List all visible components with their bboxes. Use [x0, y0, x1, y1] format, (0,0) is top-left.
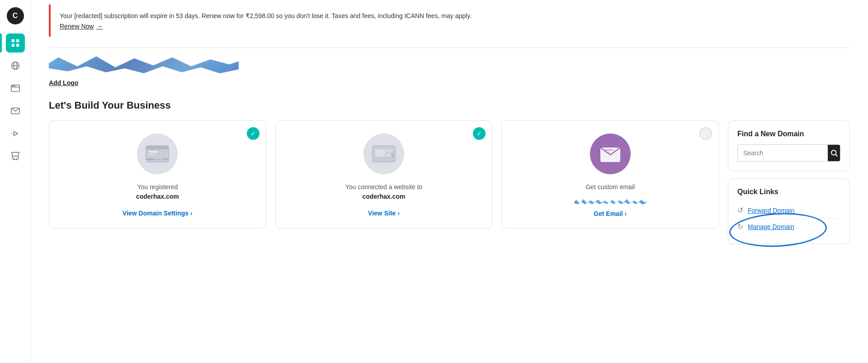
logo-image [49, 55, 239, 75]
manage-domain-item[interactable]: ↻ Manage Domain [737, 219, 840, 234]
card-domain-label: You registeredcoderhax.com [136, 182, 179, 201]
svg-point-12 [14, 159, 14, 160]
forward-domain-icon: ↺ [737, 206, 743, 215]
forward-domain-label: Forward Domain [748, 207, 794, 214]
forward-domain-item[interactable]: ↺ Forward Domain [737, 202, 840, 219]
find-domain-title: Find a New Domain [737, 130, 840, 138]
manage-domain-icon: ↻ [737, 222, 743, 231]
svg-point-29 [831, 150, 836, 155]
website-icon [372, 144, 396, 164]
card-email-label: Get custom email [585, 182, 635, 192]
domain-icon: www——.com [145, 145, 170, 163]
view-domain-settings-link[interactable]: View Domain Settings › [123, 210, 193, 217]
cards-row: ✓ www——.com You registeredcoderhax.com V… [49, 120, 850, 244]
check-icon-website: ✓ [473, 127, 486, 140]
sidebar-item-email[interactable] [6, 101, 25, 120]
search-icon [830, 149, 838, 157]
email-icon [599, 145, 622, 163]
find-domain-box: Find a New Domain [728, 120, 850, 171]
get-email-link[interactable]: Get Email › [594, 210, 627, 217]
sidebar-item-domains[interactable] [6, 56, 25, 75]
svg-rect-2 [11, 44, 14, 47]
svg-rect-3 [16, 44, 19, 47]
card-domain: ✓ www——.com You registeredcoderhax.com V… [49, 120, 266, 229]
svg-rect-16 [149, 151, 158, 153]
domain-search-input[interactable] [738, 145, 828, 161]
svg-rect-28 [605, 152, 610, 153]
logo-area: Add Logo [49, 55, 850, 87]
quick-links-box: Quick Links ↺ Forward Domain ↻ Manage Do… [728, 178, 850, 244]
sidebar-item-marketing[interactable] [6, 124, 25, 143]
svg-rect-25 [388, 151, 391, 152]
view-site-link[interactable]: View Site › [368, 210, 400, 217]
check-icon-email-empty [699, 127, 712, 140]
quick-links-title: Quick Links [737, 188, 840, 196]
svg-rect-20 [375, 149, 385, 157]
domain-search-row [737, 144, 840, 162]
check-icon-domain: ✓ [247, 127, 259, 140]
svg-rect-0 [11, 39, 14, 42]
manage-domain-label: Manage Domain [748, 223, 794, 230]
email-scribble [574, 198, 646, 205]
card-website-label: You connected a website tocoderhax.com [345, 182, 423, 201]
svg-point-9 [12, 86, 13, 86]
svg-rect-15 [146, 146, 169, 149]
email-icon-wrap [590, 134, 631, 174]
website-icon-wrap [363, 134, 404, 174]
sidebar-item-dashboard[interactable] [6, 33, 25, 53]
sidebar-item-store[interactable] [6, 147, 25, 166]
svg-point-23 [391, 153, 394, 157]
section-title: Let's Build Your Business [49, 100, 850, 111]
renewal-banner: Your [redacted] subscription will expire… [49, 5, 850, 37]
svg-point-10 [14, 86, 15, 86]
main-content: Your [redacted] subscription will expire… [31, 0, 868, 363]
svg-rect-27 [605, 149, 613, 151]
cards-group: ✓ www——.com You registeredcoderhax.com V… [49, 120, 719, 229]
sidebar: C [0, 0, 31, 363]
right-panel: Find a New Domain Quick Links ↺ F [728, 120, 850, 244]
renew-now-link[interactable]: Renew Now → [60, 23, 103, 30]
domain-icon-wrap: www——.com [137, 134, 178, 174]
svg-rect-17 [149, 154, 155, 155]
domain-search-button[interactable] [828, 145, 840, 161]
sidebar-item-website[interactable] [6, 79, 25, 98]
card-website: ✓ You connected a website tocoderhax.com… [275, 120, 493, 229]
svg-text:www——.com: www——.com [146, 157, 169, 161]
svg-rect-1 [16, 39, 19, 42]
avatar[interactable]: C [7, 7, 24, 24]
add-logo-link[interactable]: Add Logo [49, 79, 78, 86]
banner-text: Your [redacted] subscription will expire… [60, 11, 841, 21]
svg-line-30 [835, 155, 837, 157]
divider [49, 48, 850, 48]
svg-point-13 [16, 159, 17, 160]
card-email: Get custom email Get Email › [501, 120, 719, 229]
